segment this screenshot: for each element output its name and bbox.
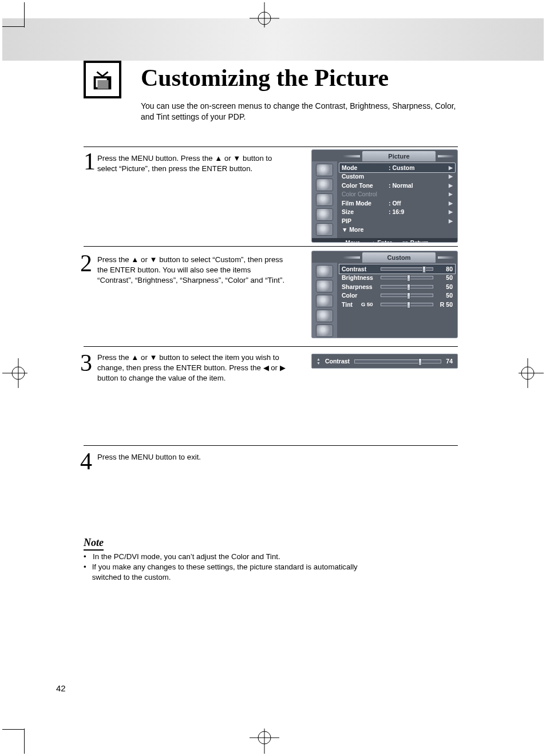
chevron-right-icon: ▶ [447,218,453,224]
tint-right-value: R 50 [437,301,453,308]
step-number: 4 [80,448,92,475]
osd-row: Color Tone: Normal▶ [339,181,455,190]
category-icon [316,310,333,322]
crop-mark [24,729,25,754]
tv-section-icon [84,61,121,98]
slider-track [381,303,433,306]
step-number: 1 [84,148,96,175]
category-icon [316,164,333,176]
osd-adjust-bar: ▲▼ Contrast 74 [311,354,458,369]
slider-thumb [418,358,422,366]
tint-left-value: G 50 [361,301,377,307]
up-down-icon: ▲▼ [316,357,321,365]
chevron-right-icon: ▶ [447,165,453,171]
osd-picture-menu: Picture Mode: Custom▶Custom▶Color Tone: … [311,149,458,243]
osd-row: Mode: Custom▶ [339,163,455,172]
slider-label: Contrast [342,266,377,272]
chevron-right-icon: ▶ [447,200,453,206]
adjust-label: Contrast [325,358,350,365]
slider-value: 50 [437,283,453,290]
slider-track [381,294,433,297]
osd-row-value: : Custom [389,164,445,171]
slider-label: Brightness [342,274,377,281]
step-text: Press the MENU button. Press the ▲ or ▼ … [97,153,286,174]
page-number: 42 [56,683,66,693]
slider-row: Contrast80 [339,264,455,274]
crop-mark [2,729,24,730]
note-text: In the PC/DVI mode, you can’t adjust the… [93,552,280,562]
osd-category-icons [312,161,337,238]
registration-mark-icon [519,355,544,391]
osd-row: Film Mode: Off▶ [339,199,455,208]
slider-value: 50 [437,292,453,299]
divider [84,346,458,347]
divider [84,147,458,147]
osd-row-label: Custom [342,173,386,180]
slider-thumb [422,266,426,273]
slider-row: Color50 [339,291,455,300]
slider-row: Sharpness50 [339,282,455,291]
osd-custom-menu: Custom Contrast80Brightness50Sharpness50… [311,251,458,338]
osd-row: Custom▶ [339,172,455,181]
crop-mark [24,2,25,27]
category-icon [316,295,333,307]
osd-row-label: Mode [342,164,386,171]
divider [84,246,458,247]
slider-track [354,359,441,363]
slider-thumb [407,292,410,299]
slider-row: Brightness50 [339,274,455,283]
note-heading: Note [84,537,104,551]
osd-title: Custom [362,252,436,263]
slider-track [381,285,433,288]
osd-row-label: Film Mode [342,200,386,207]
osd-row-label: Color Tone [342,182,386,189]
osd-category-icons [312,263,337,338]
osd-row-label: Color Control [342,191,386,197]
note-item: •In the PC/DVI mode, you can’t adjust th… [84,552,381,562]
osd-row: ▼ More [339,225,455,235]
category-icon [316,265,333,278]
osd-row: PIP▶ [339,216,455,225]
bullet-icon: • [84,562,88,583]
chevron-right-icon: ▶ [447,209,453,215]
footer-move: Move [346,240,361,243]
footer-enter: Enter [377,240,392,243]
slider-value: 50 [437,274,453,281]
step-number: 2 [80,250,92,277]
slider-value: 80 [437,266,453,272]
bullet-icon: • [84,552,88,562]
step-text: Press the MENU button to exit. [97,452,286,462]
category-icon [316,193,333,206]
crop-mark [2,26,24,27]
osd-footer: ♦Move ↵Enter ▯▯Return [312,238,457,243]
slider-label: Color [342,292,377,299]
step-number: 3 [80,349,92,377]
slider-thumb [407,302,410,308]
slider-label: Tint [342,301,358,308]
note-text: If you make any changes to these setting… [92,562,381,583]
registration-mark-icon [246,2,283,27]
osd-row-label: PIP [342,217,386,224]
note-item: •If you make any changes to these settin… [84,562,381,583]
divider [84,445,458,446]
osd-title: Picture [362,151,436,161]
slider-thumb [407,275,410,282]
category-icon [316,208,333,221]
slider-track [381,267,433,271]
osd-list: Mode: Custom▶Custom▶Color Tone: Normal▶C… [337,161,457,238]
step-text: Press the ▲ or ▼ button to select the it… [97,353,286,383]
chevron-right-icon: ▶ [447,173,453,179]
osd-row-label: ▼ More [342,226,386,233]
slider-row-tint: TintG 50R 50 [339,300,455,309]
slider-track [381,276,433,279]
category-icon [316,280,333,292]
page-subtitle: You can use the on-screen menus to chang… [141,101,461,122]
osd-row-label: Size [342,208,386,215]
slider-label: Sharpness [342,283,377,290]
osd-row: Color Control▶ [339,190,455,199]
osd-list: Contrast80Brightness50Sharpness50Color50… [337,263,457,338]
slider-thumb [407,284,410,291]
footer-return: Return [410,240,429,243]
note-list: •In the PC/DVI mode, you can’t adjust th… [84,552,381,582]
category-icon [316,324,333,337]
